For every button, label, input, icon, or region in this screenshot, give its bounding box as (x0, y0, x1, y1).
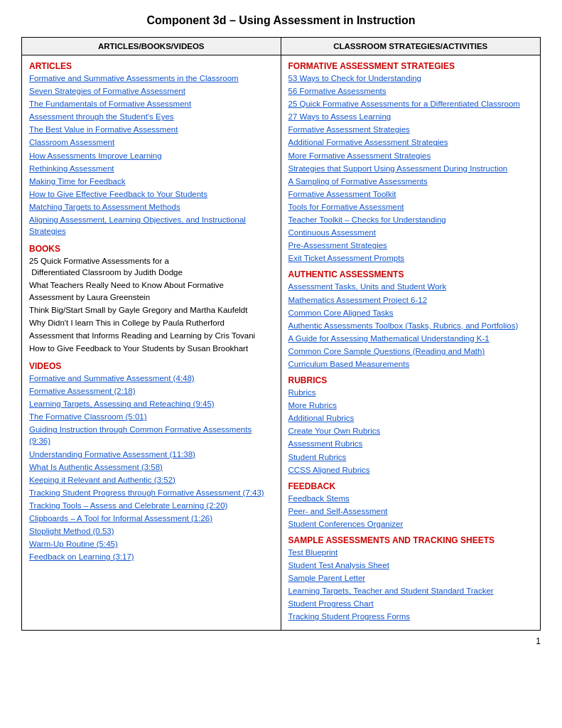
main-table: ARTICLES/BOOKS/VIDEOS CLASSROOM STRATEGI… (21, 37, 541, 631)
list-item[interactable]: Authentic Assessments Toolbox (Tasks, Ru… (288, 320, 534, 331)
books-header: BOOKS (29, 244, 274, 254)
list-item[interactable]: Matching Targets to Assessment Methods (29, 201, 274, 213)
list-item[interactable]: Making Time for Feedback (29, 176, 274, 187)
table-header: ARTICLES/BOOKS/VIDEOS CLASSROOM STRATEGI… (22, 38, 540, 55)
left-column: ARTICLES Formative and Summative Assessm… (22, 55, 281, 630)
list-item: How to Give Feedback to Your Students by… (29, 343, 274, 354)
list-item[interactable]: Create Your Own Rubrics (288, 425, 534, 437)
list-item[interactable]: Tools for Formative Assessment (288, 201, 534, 213)
articles-header: ARTICLES (29, 61, 274, 71)
right-column-header: CLASSROOM STRATEGIES/ACTIVITIES (281, 38, 541, 55)
list-item[interactable]: Additional Rubrics (288, 412, 534, 424)
authentic-assessments-header: AUTHENTIC ASSESSMENTS (288, 269, 534, 279)
list-item[interactable]: Additional Formative Assessment Strategi… (288, 136, 534, 148)
list-item[interactable]: 27 Ways to Assess Learning (288, 111, 534, 122)
list-item[interactable]: Warm-Up Routine (5:45) (29, 538, 274, 550)
list-item[interactable]: 25 Quick Formative Assessments for a Dif… (288, 98, 534, 109)
list-item: Think Big/Start Small by Gayle Gregory a… (29, 304, 274, 316)
list-item[interactable]: Learning Targets, Assessing and Reteachi… (29, 398, 274, 410)
list-item[interactable]: Understanding Formative Assessment (11:3… (29, 449, 274, 460)
list-item[interactable]: The Formative Classroom (5:01) (29, 411, 274, 422)
list-item[interactable]: Aligning Assessment, Learning Objectives… (29, 214, 274, 237)
list-item[interactable]: Formative Assessment Strategies (288, 124, 534, 135)
list-item[interactable]: Tracking Tools – Assess and Celebrate Le… (29, 500, 274, 511)
list-item[interactable]: 53 Ways to Check for Understanding (288, 73, 534, 84)
list-item[interactable]: Student Conferences Organizer (288, 518, 534, 530)
list-item[interactable]: Mathematics Assessment Project 6-12 (288, 294, 534, 306)
list-item[interactable]: Strategies that Support Using Assessment… (288, 163, 534, 174)
list-item[interactable]: How to Give Effective Feedback to Your S… (29, 188, 274, 200)
list-item[interactable]: Student Rubrics (288, 451, 534, 463)
list-item[interactable]: CCSS Aligned Rubrics (288, 464, 534, 476)
list-item[interactable]: Feedback Stems (288, 493, 534, 504)
list-item[interactable]: 56 Formative Assessments (288, 85, 534, 97)
sample-assessments-header: SAMPLE ASSESSMENTS AND TRACKING SHEETS (288, 535, 534, 545)
rubrics-header: RUBRICS (288, 375, 534, 385)
list-item: What Teachers Really Need to Know About … (29, 279, 274, 302)
list-item[interactable]: Formative and Summative Assessments in t… (29, 73, 274, 84)
list-item[interactable]: Student Progress Chart (288, 598, 534, 609)
list-item[interactable]: What Is Authentic Assessment (3:58) (29, 461, 274, 473)
list-item[interactable]: Formative Assessment Toolkit (288, 188, 534, 200)
list-item[interactable]: Formative Assessment (2:18) (29, 385, 274, 397)
list-item[interactable]: Peer- and Self-Assessment (288, 505, 534, 517)
list-item[interactable]: A Sampling of Formative Assessments (288, 176, 534, 187)
list-item[interactable]: Teacher Toolkit – Checks for Understandi… (288, 214, 534, 225)
list-item[interactable]: Guiding Instruction through Common Forma… (29, 424, 274, 446)
table-body: ARTICLES Formative and Summative Assessm… (22, 55, 540, 630)
list-item[interactable]: More Rubrics (288, 400, 534, 411)
feedback-header: FEEDBACK (288, 481, 534, 491)
list-item[interactable]: Classroom Assessment (29, 136, 274, 148)
list-item[interactable]: A Guide for Assessing Mathematical Under… (288, 333, 534, 344)
videos-header: VIDEOS (29, 361, 274, 371)
list-item: 25 Quick Formative Assessments for a Dif… (29, 255, 274, 278)
page-number: 1 (21, 636, 541, 646)
formative-strategies-header: FORMATIVE ASSESSMENT STRATEGIES (288, 61, 534, 71)
list-item[interactable]: Sample Parent Letter (288, 572, 534, 584)
list-item[interactable]: Student Test Analysis Sheet (288, 560, 534, 571)
list-item[interactable]: Formative and Summative Assessment (4:48… (29, 373, 274, 384)
list-item: Assessment that Informs Reading and Lear… (29, 330, 274, 341)
list-item[interactable]: Feedback on Learning (3:17) (29, 551, 274, 562)
list-item[interactable]: Assessment Tasks, Units and Student Work (288, 281, 534, 292)
list-item[interactable]: Pre-Assessment Strategies (288, 240, 534, 251)
list-item[interactable]: Common Core Aligned Tasks (288, 307, 534, 318)
list-item[interactable]: Keeping it Relevant and Authentic (3:52) (29, 474, 274, 486)
list-item[interactable]: Continuous Assessment (288, 227, 534, 238)
list-item[interactable]: Tracking Student Progress through Format… (29, 487, 274, 498)
left-column-header: ARTICLES/BOOKS/VIDEOS (22, 38, 281, 55)
list-item[interactable]: More Formative Assessment Strategies (288, 150, 534, 161)
list-item[interactable]: Exit Ticket Assessment Prompts (288, 252, 534, 264)
list-item[interactable]: The Fundamentals of Formative Assessment (29, 98, 274, 109)
page-title: Component 3d – Using Assessment in Instr… (21, 14, 541, 27)
right-column: FORMATIVE ASSESSMENT STRATEGIES 53 Ways … (281, 55, 541, 630)
list-item[interactable]: The Best Value in Formative Assessment (29, 124, 274, 135)
list-item[interactable]: Rethinking Assessment (29, 163, 274, 174)
list-item[interactable]: Test Blueprint (288, 547, 534, 558)
list-item[interactable]: How Assessments Improve Learning (29, 150, 274, 161)
list-item[interactable]: Assessment Rubrics (288, 438, 534, 449)
list-item: Why Didn't I learn This in College by Pa… (29, 317, 274, 328)
list-item[interactable]: Clipboards – A Tool for Informal Assessm… (29, 513, 274, 524)
list-item[interactable]: Seven Strategies of Formative Assessment (29, 85, 274, 97)
list-item[interactable]: Assessment through the Student's Eyes (29, 111, 274, 122)
list-item[interactable]: Curriculum Based Measurements (288, 358, 534, 370)
list-item[interactable]: Stoplight Method (0.53) (29, 525, 274, 537)
list-item[interactable]: Learning Targets, Teacher and Student St… (288, 585, 534, 596)
list-item[interactable]: Tracking Student Progress Forms (288, 611, 534, 622)
list-item[interactable]: Rubrics (288, 387, 534, 398)
list-item[interactable]: Common Core Sample Questions (Reading an… (288, 346, 534, 357)
